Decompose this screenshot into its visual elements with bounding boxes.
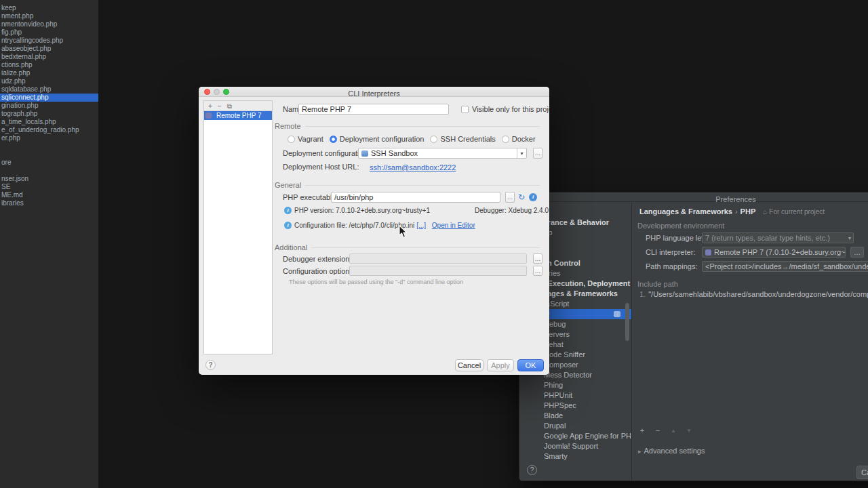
path-mappings-field[interactable]: <Project root>/includes→/media/sf_sandbo… <box>702 261 868 272</box>
interpreter-list-panel: + − ⧉ Remote PHP 7 <box>203 100 273 354</box>
breadcrumb-current: PHP <box>741 207 756 216</box>
configuration-file-text: Configuration file: /etc/php/7.0/cli/php… <box>294 222 414 229</box>
minimize-button[interactable] <box>214 89 220 95</box>
file-tree-item[interactable]: ore <box>0 159 98 167</box>
include-path-item[interactable]: 1."/Users/samehlabib/vbshared/sandbox/un… <box>639 290 868 299</box>
preferences-window: Preferences Appearance & Behavior Keymap <box>519 192 868 481</box>
visible-only-checkbox[interactable] <box>461 106 469 113</box>
section-general: General <box>275 181 540 189</box>
radio-option[interactable]: Vagrant <box>288 135 323 143</box>
settings-nav-item[interactable]: PHPUnit <box>519 390 631 401</box>
file-tree-item[interactable] <box>0 142 98 150</box>
file-tree-item[interactable]: nser.json <box>0 175 98 183</box>
file-tree-item[interactable]: ntrycallingcodes.php <box>0 37 98 45</box>
radio-label: Vagrant <box>298 135 323 143</box>
deployment-configuration-label: Deployment configuration: <box>283 148 370 159</box>
file-tree-item[interactable]: sqldatabase.php <box>0 85 98 94</box>
configuration-file-line: Configuration file: /etc/php/7.0/cli/php… <box>294 221 475 230</box>
apply-button[interactable]: Apply <box>487 359 514 371</box>
deployment-host-url-link[interactable]: ssh://sam@sandbox:2222 <box>370 163 456 171</box>
sidebar-scrollbar[interactable] <box>625 303 629 341</box>
reload-icon[interactable]: ↻ <box>518 192 525 203</box>
cli-interpreter-browse-button[interactable]: … <box>850 247 864 258</box>
add-interpreter-button[interactable]: + <box>208 101 212 111</box>
radio-option[interactable]: Deployment configuration <box>330 135 425 143</box>
radio-label: Docker <box>512 135 536 143</box>
cli-interpreter-select[interactable]: Remote PHP 7 (7.0.10-2+deb.sury.org~trus… <box>702 247 846 258</box>
close-button[interactable] <box>204 89 210 95</box>
file-tree-item[interactable]: abaseobject.php <box>0 45 98 53</box>
file-tree-item[interactable]: nmentonvideo.php <box>0 20 98 28</box>
file-tree-item[interactable]: keep <box>0 4 98 12</box>
settings-nav-item[interactable]: PHPSpec <box>519 401 631 411</box>
file-tree-item[interactable]: bedxternal.php <box>0 53 98 61</box>
file-tree-item[interactable]: e_of_underdog_radio.php <box>0 126 98 134</box>
advanced-settings-label: Advanced settings <box>644 447 705 455</box>
settings-nav-item[interactable]: Google App Engine for PHP <box>519 431 631 441</box>
file-tree-item[interactable]: ibraries <box>0 199 98 207</box>
radio-option[interactable]: SSH Credentials <box>430 135 495 143</box>
php-icon <box>705 249 711 256</box>
ok-button[interactable]: OK <box>517 359 544 371</box>
configuration-options-browse-button[interactable]: … <box>533 266 542 276</box>
file-tree-item[interactable]: SE <box>0 183 98 191</box>
breadcrumb-parent[interactable]: Languages & Frameworks <box>639 207 732 216</box>
php-language-level-select[interactable]: 7 (return types, scalar type hints, etc.… <box>702 232 854 243</box>
file-tree-item[interactable]: fig.php <box>0 28 98 37</box>
add-path-button[interactable]: + <box>638 426 646 434</box>
file-tree-item[interactable] <box>0 167 98 175</box>
cancel-button[interactable]: Cancel <box>455 359 484 371</box>
file-tree-item[interactable]: tograph.php <box>0 110 98 118</box>
breadcrumb-separator: › <box>735 207 738 216</box>
php-executable-field[interactable]: /usr/bin/php <box>331 192 500 203</box>
copy-interpreter-button[interactable]: ⧉ <box>227 101 232 111</box>
name-field[interactable]: Remote PHP 7 <box>298 104 449 115</box>
file-tree-item[interactable]: gination.php <box>0 102 98 110</box>
interpreter-list-item[interactable]: Remote PHP 7 <box>204 111 272 120</box>
open-in-editor-link[interactable]: Open in Editor <box>432 222 475 229</box>
debugger-extension-field[interactable] <box>349 253 527 264</box>
help-button[interactable]: ? <box>205 360 216 370</box>
settings-nav-item[interactable]: Joomla! Support <box>519 441 631 451</box>
remote-type-radio-group: Vagrant Deployment configuration SSH Cre… <box>288 134 536 144</box>
deployment-configuration-select[interactable]: SSH Sandbox ▾ <box>358 148 527 159</box>
file-tree-item[interactable] <box>0 150 98 159</box>
configuration-file-more-link[interactable]: [...] <box>416 222 426 229</box>
help-button[interactable]: ? <box>527 465 537 475</box>
php-executable-browse-button[interactable]: … <box>505 192 515 203</box>
settings-nav-item[interactable]: Smarty <box>519 451 631 462</box>
project-file-tree: keep nment.php nmentonvideo.php fig.php … <box>0 0 98 488</box>
file-tree-item[interactable]: ialize.php <box>0 69 98 77</box>
settings-nav-item[interactable]: Drupal <box>519 421 631 431</box>
configuration-options-field[interactable] <box>349 266 527 276</box>
include-path-number: 1. <box>639 290 646 298</box>
project-scope-icon: ⌂ <box>763 208 767 216</box>
include-path-value: "/Users/samehlabib/vbshared/sandbox/unde… <box>648 290 868 298</box>
file-tree-item[interactable]: udz.php <box>0 77 98 85</box>
deployment-configuration-value: SSH Sandbox <box>371 149 418 157</box>
deployment-configuration-browse-button[interactable]: … <box>533 148 542 159</box>
move-up-button[interactable]: ▲ <box>669 428 677 434</box>
move-down-button[interactable]: ▼ <box>685 428 693 434</box>
show-phpinfo-icon[interactable]: i <box>529 193 537 201</box>
remove-path-button[interactable]: − <box>654 426 662 434</box>
file-tree-item[interactable]: ME.md <box>0 191 98 199</box>
debugger-extension-browse-button[interactable]: … <box>533 253 542 264</box>
preferences-titlebar[interactable]: Preferences <box>519 192 868 202</box>
file-tree-item[interactable]: nment.php <box>0 12 98 20</box>
file-tree-item[interactable]: sqliconnect.php <box>0 94 98 102</box>
file-tree-item[interactable]: ctions.php <box>0 61 98 69</box>
file-tree-item[interactable]: er.php <box>0 134 98 142</box>
dialog-titlebar[interactable]: CLI Interpreters <box>199 87 549 97</box>
settings-nav-item[interactable]: Phing <box>519 380 631 390</box>
radio-option[interactable]: Docker <box>502 135 536 143</box>
remove-interpreter-button[interactable]: − <box>218 101 222 111</box>
cancel-button[interactable]: Cancel <box>856 466 868 479</box>
advanced-settings-toggle[interactable]: ▸Advanced settings <box>638 447 705 455</box>
file-tree-item[interactable]: a_time_locals.php <box>0 118 98 126</box>
include-path-toolbar: + − ▲ ▼ <box>638 426 693 434</box>
zoom-button[interactable] <box>223 89 229 95</box>
visible-only-label: Visible only for this project <box>472 104 549 115</box>
section-development-environment: Development environment <box>637 222 724 230</box>
settings-nav-item[interactable]: Blade <box>519 411 631 421</box>
